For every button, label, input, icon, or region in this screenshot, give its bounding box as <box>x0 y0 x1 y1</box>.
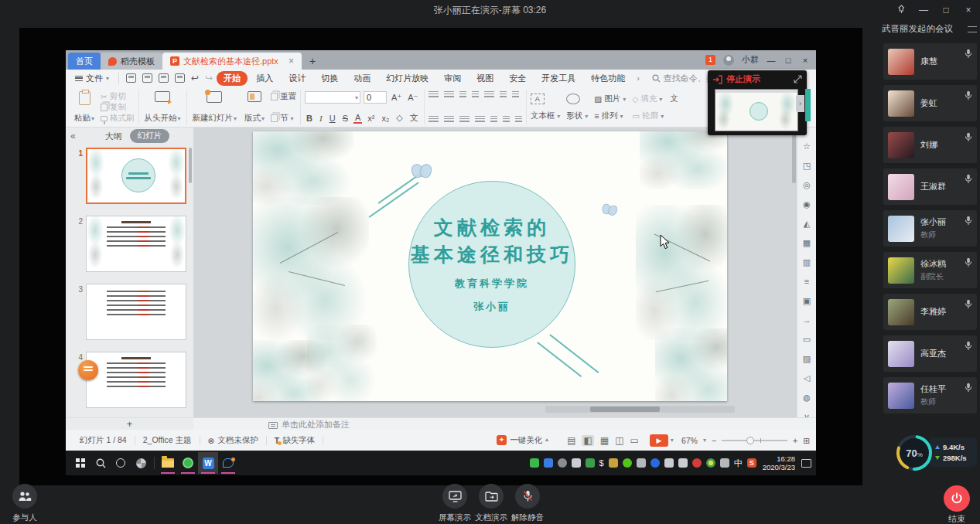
battery-icon[interactable] <box>720 458 729 468</box>
account-name[interactable]: 小群 <box>742 54 759 66</box>
text-effects-button-cut[interactable]: 文 <box>670 94 678 104</box>
file-menu[interactable]: 文件 ▾ <box>70 73 114 84</box>
justify-icon[interactable] <box>475 116 485 124</box>
distribute-icon[interactable] <box>490 116 497 124</box>
tool-icon[interactable]: ◉ <box>803 199 811 209</box>
fit-slide-icon[interactable]: ⊞ <box>803 436 810 445</box>
menu-devtools[interactable]: 开发工具 <box>534 71 582 86</box>
collapse-list-icon[interactable] <box>968 26 977 32</box>
tool-icon[interactable]: ▭ <box>803 335 811 344</box>
align-left-icon[interactable] <box>429 116 439 124</box>
beautify-button[interactable]: ✦ 一键美化 ▾ <box>489 435 556 446</box>
ime-indicator[interactable]: 中 <box>734 458 743 468</box>
numbering-icon[interactable] <box>444 91 454 99</box>
participant-card[interactable]: 康慧 <box>883 43 977 80</box>
export-icon[interactable] <box>142 73 152 83</box>
textbox-icon[interactable]: A <box>531 94 545 104</box>
slide-thumbnail-3[interactable] <box>86 284 186 340</box>
participants-button[interactable] <box>12 484 37 509</box>
tool-icon[interactable]: ☆ <box>803 141 811 151</box>
wps-restore-button[interactable]: □ <box>784 56 793 65</box>
network-icon[interactable] <box>664 458 674 468</box>
line-spacing-icon[interactable] <box>512 91 519 99</box>
mic-icon[interactable] <box>965 174 972 185</box>
current-slide[interactable]: 文献检索的 基本途径和技巧 教育科学学院 张小丽 <box>253 131 727 401</box>
vertical-scrollbar[interactable] <box>792 134 796 183</box>
more-menus-icon[interactable]: › <box>633 73 643 83</box>
slide-thumbnail-4[interactable] <box>86 352 186 408</box>
usb-icon[interactable] <box>530 458 539 468</box>
mic-icon[interactable] <box>965 383 972 394</box>
sync-tray-icon[interactable] <box>572 458 581 468</box>
zoom-in-button[interactable]: + <box>793 436 797 445</box>
missing-fonts-status[interactable]: T 缺失字体 <box>267 435 323 446</box>
participant-card[interactable]: 姜虹 <box>883 85 977 121</box>
menu-design[interactable]: 设计 <box>282 71 312 86</box>
unmute-button[interactable] <box>515 484 540 509</box>
wps-minimize-button[interactable]: — <box>767 56 776 65</box>
play-slideshow-button[interactable]: ▶ <box>650 434 668 447</box>
indent-decrease-icon[interactable] <box>459 91 466 99</box>
menu-insert[interactable]: 插入 <box>249 71 280 86</box>
new-slide-button[interactable]: 新建幻灯片▾ <box>191 90 239 124</box>
phonetic-button[interactable]: 文 <box>408 112 420 124</box>
tab-document-active[interactable]: P 文献检索的基本途径.pptx × <box>162 53 302 70</box>
print-preview-icon[interactable] <box>175 73 185 83</box>
slideshow-view-icon[interactable]: ▭ <box>630 435 639 446</box>
align-center-icon[interactable] <box>444 116 454 124</box>
participant-card[interactable]: 王淑群 <box>883 168 977 205</box>
tab-close-icon[interactable]: × <box>289 56 294 66</box>
outline-button[interactable]: ▭轮廓▾ <box>632 111 664 121</box>
add-slide-button[interactable]: + <box>66 418 193 430</box>
menu-review[interactable]: 审阅 <box>437 71 468 86</box>
copy-button[interactable]: 复制 <box>101 102 135 113</box>
increase-font-icon[interactable]: A⁺ <box>390 93 403 103</box>
paragraph-more-icon[interactable] <box>515 116 522 124</box>
tool-icon[interactable]: ▣ <box>803 296 811 305</box>
align-right-icon[interactable] <box>459 116 470 124</box>
paste-button[interactable]: 粘贴▾ <box>73 90 96 124</box>
menu-transition[interactable]: 切换 <box>314 71 345 86</box>
bluetooth-icon[interactable] <box>650 458 660 468</box>
chat-app-button[interactable] <box>218 452 238 474</box>
sogou-icon[interactable]: S <box>747 458 756 468</box>
tool-icon[interactable]: ▨ <box>803 354 811 363</box>
action-center-icon[interactable] <box>801 459 811 468</box>
tool-icon[interactable]: ▦ <box>803 238 811 247</box>
menu-home[interactable]: 开始 <box>217 71 248 86</box>
text-direction-icon[interactable] <box>500 91 507 99</box>
font-color-button[interactable]: A <box>353 113 362 124</box>
mic-icon[interactable] <box>965 132 972 144</box>
tool-icon[interactable]: ▥ <box>803 257 811 267</box>
cut-button[interactable]: ✂剪切 <box>101 91 135 102</box>
subscript-button[interactable]: x₂ <box>381 114 391 123</box>
reading-view-icon[interactable]: ◫ <box>615 435 623 446</box>
arrange-button[interactable]: ≡排列▾ <box>594 111 626 121</box>
presenting-preview-thumbnail[interactable] <box>715 89 798 131</box>
redo-icon[interactable]: ↪ <box>203 73 215 83</box>
message-count-badge[interactable]: 1 <box>705 55 715 65</box>
speaker-icon[interactable] <box>678 458 688 468</box>
tab-home[interactable]: 首页 <box>68 53 101 70</box>
selection-pane-tab[interactable] <box>805 89 811 121</box>
notes-view-icon[interactable]: ▤ <box>567 435 575 446</box>
taskbar-search-button[interactable] <box>90 452 111 474</box>
shapes-icon[interactable] <box>566 94 580 104</box>
normal-view-icon[interactable]: ◧ <box>582 435 593 446</box>
tool-icon[interactable]: ◁ <box>804 373 810 383</box>
zoom-out-button[interactable]: − <box>712 436 716 445</box>
indent-increase-icon[interactable] <box>472 91 479 99</box>
mic-icon[interactable] <box>965 257 972 269</box>
menu-security[interactable]: 安全 <box>502 71 533 86</box>
section-button[interactable]: 节▾ <box>271 113 296 124</box>
participant-card[interactable]: 张小丽教师 <box>883 210 977 247</box>
cortana-button[interactable] <box>111 452 131 474</box>
wps-close-button[interactable]: × <box>801 56 810 65</box>
tray-icon[interactable] <box>544 458 553 468</box>
panel-scrollbar[interactable] <box>189 148 192 183</box>
tab-docer[interactable]: 稻壳模板 <box>101 53 162 70</box>
participant-card[interactable]: 李雅婷 <box>883 294 977 330</box>
font-family-select[interactable]: ▾ <box>305 91 360 104</box>
panel-collapse-handle[interactable]: › <box>796 95 804 112</box>
format-painter-button[interactable]: 格式刷 <box>101 113 135 124</box>
